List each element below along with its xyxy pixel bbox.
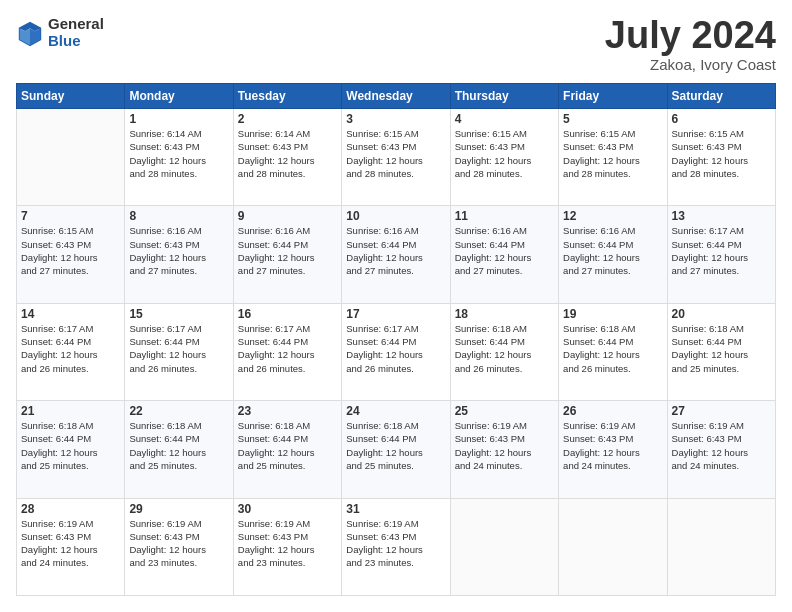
day-number: 21 [21, 404, 120, 418]
logo-text: General Blue [48, 16, 104, 49]
day-number: 8 [129, 209, 228, 223]
day-number: 13 [672, 209, 771, 223]
logo: General Blue [16, 16, 104, 49]
calendar-title: July 2024 [605, 16, 776, 54]
day-info: Sunrise: 6:17 AM Sunset: 6:44 PM Dayligh… [672, 224, 771, 277]
calendar-cell: 9Sunrise: 6:16 AM Sunset: 6:44 PM Daylig… [233, 206, 341, 303]
col-friday: Friday [559, 84, 667, 109]
day-number: 27 [672, 404, 771, 418]
calendar-cell: 21Sunrise: 6:18 AM Sunset: 6:44 PM Dayli… [17, 401, 125, 498]
day-info: Sunrise: 6:17 AM Sunset: 6:44 PM Dayligh… [21, 322, 120, 375]
week-row-5: 28Sunrise: 6:19 AM Sunset: 6:43 PM Dayli… [17, 498, 776, 595]
day-number: 19 [563, 307, 662, 321]
calendar-cell: 24Sunrise: 6:18 AM Sunset: 6:44 PM Dayli… [342, 401, 450, 498]
calendar-cell: 16Sunrise: 6:17 AM Sunset: 6:44 PM Dayli… [233, 303, 341, 400]
day-info: Sunrise: 6:16 AM Sunset: 6:43 PM Dayligh… [129, 224, 228, 277]
day-number: 23 [238, 404, 337, 418]
calendar-cell: 11Sunrise: 6:16 AM Sunset: 6:44 PM Dayli… [450, 206, 558, 303]
page: General Blue July 2024 Zakoa, Ivory Coas… [0, 0, 792, 612]
calendar-cell: 22Sunrise: 6:18 AM Sunset: 6:44 PM Dayli… [125, 401, 233, 498]
day-info: Sunrise: 6:17 AM Sunset: 6:44 PM Dayligh… [346, 322, 445, 375]
calendar-cell: 6Sunrise: 6:15 AM Sunset: 6:43 PM Daylig… [667, 109, 775, 206]
calendar-cell [559, 498, 667, 595]
calendar-cell: 14Sunrise: 6:17 AM Sunset: 6:44 PM Dayli… [17, 303, 125, 400]
week-row-1: 1Sunrise: 6:14 AM Sunset: 6:43 PM Daylig… [17, 109, 776, 206]
day-info: Sunrise: 6:19 AM Sunset: 6:43 PM Dayligh… [21, 517, 120, 570]
day-number: 3 [346, 112, 445, 126]
day-number: 25 [455, 404, 554, 418]
calendar-cell: 10Sunrise: 6:16 AM Sunset: 6:44 PM Dayli… [342, 206, 450, 303]
title-block: July 2024 Zakoa, Ivory Coast [605, 16, 776, 73]
calendar-table: Sunday Monday Tuesday Wednesday Thursday… [16, 83, 776, 596]
day-info: Sunrise: 6:16 AM Sunset: 6:44 PM Dayligh… [346, 224, 445, 277]
day-number: 11 [455, 209, 554, 223]
calendar-cell [450, 498, 558, 595]
calendar-cell: 27Sunrise: 6:19 AM Sunset: 6:43 PM Dayli… [667, 401, 775, 498]
calendar-cell: 23Sunrise: 6:18 AM Sunset: 6:44 PM Dayli… [233, 401, 341, 498]
day-number: 4 [455, 112, 554, 126]
col-tuesday: Tuesday [233, 84, 341, 109]
day-info: Sunrise: 6:14 AM Sunset: 6:43 PM Dayligh… [129, 127, 228, 180]
day-info: Sunrise: 6:15 AM Sunset: 6:43 PM Dayligh… [346, 127, 445, 180]
day-number: 31 [346, 502, 445, 516]
calendar-cell: 12Sunrise: 6:16 AM Sunset: 6:44 PM Dayli… [559, 206, 667, 303]
day-info: Sunrise: 6:19 AM Sunset: 6:43 PM Dayligh… [346, 517, 445, 570]
week-row-2: 7Sunrise: 6:15 AM Sunset: 6:43 PM Daylig… [17, 206, 776, 303]
day-info: Sunrise: 6:16 AM Sunset: 6:44 PM Dayligh… [238, 224, 337, 277]
logo-blue-text: Blue [48, 33, 104, 50]
calendar-cell: 7Sunrise: 6:15 AM Sunset: 6:43 PM Daylig… [17, 206, 125, 303]
col-saturday: Saturday [667, 84, 775, 109]
day-info: Sunrise: 6:18 AM Sunset: 6:44 PM Dayligh… [238, 419, 337, 472]
calendar-cell: 17Sunrise: 6:17 AM Sunset: 6:44 PM Dayli… [342, 303, 450, 400]
logo-general-text: General [48, 16, 104, 33]
calendar-cell: 4Sunrise: 6:15 AM Sunset: 6:43 PM Daylig… [450, 109, 558, 206]
calendar-cell: 2Sunrise: 6:14 AM Sunset: 6:43 PM Daylig… [233, 109, 341, 206]
day-info: Sunrise: 6:14 AM Sunset: 6:43 PM Dayligh… [238, 127, 337, 180]
header: General Blue July 2024 Zakoa, Ivory Coas… [16, 16, 776, 73]
day-number: 2 [238, 112, 337, 126]
calendar-cell: 30Sunrise: 6:19 AM Sunset: 6:43 PM Dayli… [233, 498, 341, 595]
col-sunday: Sunday [17, 84, 125, 109]
day-info: Sunrise: 6:15 AM Sunset: 6:43 PM Dayligh… [672, 127, 771, 180]
day-info: Sunrise: 6:15 AM Sunset: 6:43 PM Dayligh… [455, 127, 554, 180]
day-info: Sunrise: 6:19 AM Sunset: 6:43 PM Dayligh… [563, 419, 662, 472]
calendar-cell: 15Sunrise: 6:17 AM Sunset: 6:44 PM Dayli… [125, 303, 233, 400]
day-info: Sunrise: 6:16 AM Sunset: 6:44 PM Dayligh… [563, 224, 662, 277]
day-number: 30 [238, 502, 337, 516]
day-number: 26 [563, 404, 662, 418]
calendar-cell: 3Sunrise: 6:15 AM Sunset: 6:43 PM Daylig… [342, 109, 450, 206]
day-info: Sunrise: 6:18 AM Sunset: 6:44 PM Dayligh… [346, 419, 445, 472]
day-number: 14 [21, 307, 120, 321]
col-monday: Monday [125, 84, 233, 109]
day-number: 6 [672, 112, 771, 126]
day-number: 15 [129, 307, 228, 321]
calendar-cell: 18Sunrise: 6:18 AM Sunset: 6:44 PM Dayli… [450, 303, 558, 400]
day-number: 1 [129, 112, 228, 126]
day-number: 12 [563, 209, 662, 223]
calendar-cell: 19Sunrise: 6:18 AM Sunset: 6:44 PM Dayli… [559, 303, 667, 400]
day-info: Sunrise: 6:18 AM Sunset: 6:44 PM Dayligh… [21, 419, 120, 472]
day-info: Sunrise: 6:19 AM Sunset: 6:43 PM Dayligh… [129, 517, 228, 570]
day-number: 17 [346, 307, 445, 321]
day-number: 9 [238, 209, 337, 223]
day-info: Sunrise: 6:18 AM Sunset: 6:44 PM Dayligh… [563, 322, 662, 375]
week-row-4: 21Sunrise: 6:18 AM Sunset: 6:44 PM Dayli… [17, 401, 776, 498]
calendar-cell [17, 109, 125, 206]
calendar-cell: 29Sunrise: 6:19 AM Sunset: 6:43 PM Dayli… [125, 498, 233, 595]
day-info: Sunrise: 6:16 AM Sunset: 6:44 PM Dayligh… [455, 224, 554, 277]
day-number: 29 [129, 502, 228, 516]
calendar-cell: 1Sunrise: 6:14 AM Sunset: 6:43 PM Daylig… [125, 109, 233, 206]
calendar-cell: 26Sunrise: 6:19 AM Sunset: 6:43 PM Dayli… [559, 401, 667, 498]
day-number: 22 [129, 404, 228, 418]
day-info: Sunrise: 6:19 AM Sunset: 6:43 PM Dayligh… [672, 419, 771, 472]
day-info: Sunrise: 6:15 AM Sunset: 6:43 PM Dayligh… [21, 224, 120, 277]
day-info: Sunrise: 6:15 AM Sunset: 6:43 PM Dayligh… [563, 127, 662, 180]
day-number: 10 [346, 209, 445, 223]
day-number: 7 [21, 209, 120, 223]
day-info: Sunrise: 6:18 AM Sunset: 6:44 PM Dayligh… [455, 322, 554, 375]
calendar-cell: 25Sunrise: 6:19 AM Sunset: 6:43 PM Dayli… [450, 401, 558, 498]
calendar-cell: 13Sunrise: 6:17 AM Sunset: 6:44 PM Dayli… [667, 206, 775, 303]
day-info: Sunrise: 6:18 AM Sunset: 6:44 PM Dayligh… [129, 419, 228, 472]
day-number: 20 [672, 307, 771, 321]
calendar-cell: 20Sunrise: 6:18 AM Sunset: 6:44 PM Dayli… [667, 303, 775, 400]
